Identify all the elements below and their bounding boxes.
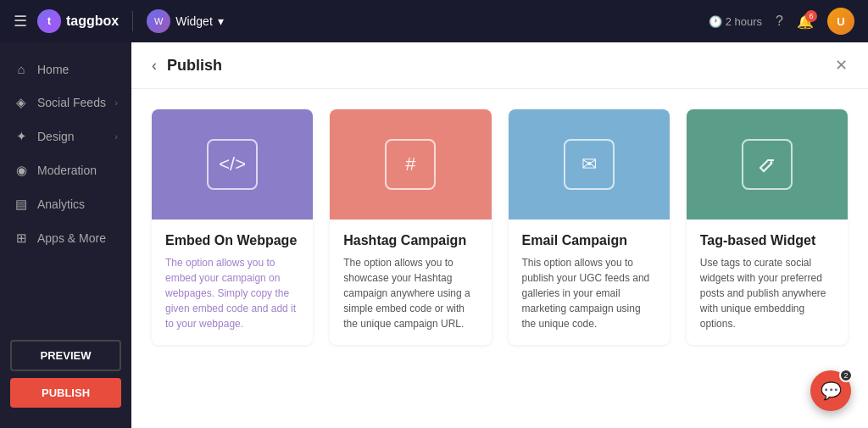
card-tag[interactable]: Tag-based Widget Use tags to curate soci… (687, 109, 848, 345)
card-hashtag[interactable]: # Hashtag Campaign The option allows you… (330, 109, 491, 345)
chevron-right-icon: › (114, 97, 118, 108)
clock-icon: 🕐 (709, 15, 722, 28)
card-body-email: Email Campaign This option allows you to… (509, 220, 670, 345)
card-body-embed: Embed On Webpage The option allows you t… (152, 220, 313, 345)
sidebar-item-moderation[interactable]: ◉ Moderation (0, 153, 131, 187)
sidebar-item-label: Analytics (37, 197, 85, 211)
topbar-divider (132, 11, 133, 31)
sidebar-item-label: Design (37, 130, 75, 143)
publish-header: ‹ Publish ✕ (131, 42, 868, 89)
sidebar: ⌂ Home ◈ Social Feeds › ✦ Design › ◉ Mod… (0, 42, 131, 428)
chat-bubble[interactable]: 💬 2 (810, 370, 851, 411)
topbar: ☰ t taggbox W Widget ▾ 🕐 2 hours ? 🔔 6 U (0, 0, 868, 42)
card-desc-email: This option allows you to publish your U… (522, 255, 656, 331)
publish-header-left: ‹ Publish (152, 57, 222, 75)
card-image-hashtag: # (330, 109, 491, 220)
back-button[interactable]: ‹ (152, 57, 157, 75)
social-feeds-icon: ◈ (14, 95, 29, 110)
sidebar-item-label: Home (37, 63, 69, 76)
card-body-hashtag: Hashtag Campaign The option allows you t… (330, 220, 491, 345)
help-icon[interactable]: ? (776, 14, 783, 29)
sidebar-item-label: Moderation (37, 164, 97, 177)
card-image-tag (687, 109, 848, 220)
dropdown-arrow-icon: ▾ (218, 14, 224, 28)
sidebar-item-label: Social Feeds (37, 96, 106, 109)
logo-icon: t (37, 9, 61, 33)
preview-button[interactable]: PREVIEW (10, 340, 121, 371)
card-title-email: Email Campaign (522, 233, 656, 248)
card-image-email: ✉ (509, 109, 670, 220)
publish-title: Publish (167, 57, 222, 75)
close-button[interactable]: ✕ (835, 56, 848, 75)
sidebar-item-home[interactable]: ⌂ Home (0, 53, 131, 86)
card-desc-embed: The option allows you to embed your camp… (165, 255, 299, 331)
card-title-embed: Embed On Webpage (165, 233, 299, 248)
card-desc-hashtag: The option allows you to showcase your H… (343, 255, 477, 331)
sidebar-item-design[interactable]: ✦ Design › (0, 120, 131, 153)
widget-selector[interactable]: W Widget ▾ (147, 9, 224, 33)
chat-icon: 💬 (821, 381, 842, 401)
card-embed[interactable]: </> Embed On Webpage The option allows y… (152, 109, 313, 345)
design-icon: ✦ (14, 129, 29, 144)
chat-count: 2 (839, 369, 853, 382)
card-image-embed: </> (152, 109, 313, 220)
moderation-icon: ◉ (14, 163, 29, 178)
publish-button[interactable]: PUBLISH (10, 378, 121, 408)
logo-text: taggbox (66, 14, 119, 29)
cards-grid: </> Embed On Webpage The option allows y… (131, 89, 868, 365)
hamburger-icon[interactable]: ☰ (14, 12, 27, 31)
card-desc-tag: Use tags to curate social widgets with y… (700, 255, 834, 331)
chevron-right-icon: › (114, 131, 118, 142)
apps-icon: ⊞ (14, 231, 29, 246)
svg-point-0 (770, 162, 772, 164)
topbar-right: 🕐 2 hours ? 🔔 6 U (709, 8, 854, 35)
time-label: 2 hours (726, 15, 762, 28)
sidebar-bottom: PREVIEW PUBLISH (0, 330, 131, 418)
home-icon: ⌂ (14, 62, 29, 76)
card-title-hashtag: Hashtag Campaign (343, 233, 477, 248)
logo-area: t taggbox (37, 9, 119, 33)
widget-label: Widget (175, 14, 213, 28)
widget-avatar: W (147, 9, 170, 33)
user-avatar[interactable]: U (827, 8, 854, 35)
card-email[interactable]: ✉ Email Campaign This option allows you … (509, 109, 670, 345)
card-title-tag: Tag-based Widget (700, 233, 834, 248)
email-icon: ✉ (564, 139, 615, 190)
topbar-left: ☰ t taggbox W Widget ▾ (14, 9, 224, 33)
sidebar-item-analytics[interactable]: ▤ Analytics (0, 187, 131, 221)
card-body-tag: Tag-based Widget Use tags to curate soci… (687, 220, 848, 345)
sidebar-item-label: Apps & More (37, 231, 106, 245)
analytics-icon: ▤ (14, 197, 29, 212)
sidebar-item-apps-more[interactable]: ⊞ Apps & More (0, 221, 131, 255)
notification-bell[interactable]: 🔔 6 (797, 14, 814, 30)
hashtag-icon: # (385, 139, 436, 190)
sidebar-item-social-feeds[interactable]: ◈ Social Feeds › (0, 86, 131, 120)
content-area: ‹ Publish ✕ </> Embed On Webpage The opt… (131, 42, 868, 428)
tag-icon (742, 139, 793, 190)
notification-count: 6 (805, 10, 817, 22)
time-badge: 🕐 2 hours (709, 15, 762, 28)
embed-icon: </> (207, 139, 258, 190)
main-layout: ⌂ Home ◈ Social Feeds › ✦ Design › ◉ Mod… (0, 42, 868, 428)
